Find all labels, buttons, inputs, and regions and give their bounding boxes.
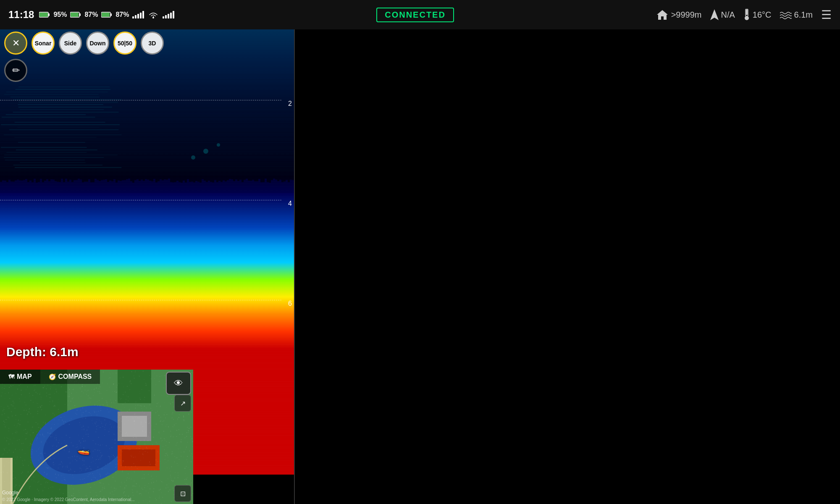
home-distance: >9999m <box>656 9 702 21</box>
panel-divider <box>294 29 295 504</box>
tools-row: ✏ <box>4 59 164 82</box>
navigation-icon <box>710 9 719 20</box>
svg-rect-1 <box>48 13 50 16</box>
compress-icon: ⊡ <box>180 490 186 498</box>
svg-rect-12 <box>746 9 748 15</box>
side-mode-button[interactable]: Side <box>59 32 82 55</box>
battery1-pct: 95% <box>53 11 67 18</box>
altitude-display: 6.1m <box>780 10 813 20</box>
thermometer-icon <box>743 9 750 21</box>
binoculars-icon: 👁 <box>174 378 183 389</box>
svg-rect-7 <box>110 13 112 16</box>
copyright-text: © 2022 Google · Imagery © 2022 GeoConten… <box>2 497 135 502</box>
depth-text-left: Depth: 6.1m <box>6 345 79 359</box>
svg-rect-4 <box>79 13 81 16</box>
side-label: Side <box>64 40 77 47</box>
google-label: Google <box>2 490 18 496</box>
map-canvas <box>0 370 193 504</box>
connected-badge: CONNECTED <box>376 8 454 22</box>
depth-line-2-left <box>0 100 281 100</box>
sonar-mode-button[interactable]: Sonar <box>32 32 55 55</box>
svg-rect-8 <box>102 13 110 17</box>
distance-value: >9999m <box>671 10 702 20</box>
battery-icons: 95% 87% 87% <box>39 10 174 19</box>
depth-line-4-left <box>0 200 281 200</box>
google-watermark: Google <box>2 490 18 496</box>
map-overlay: 🗺 MAP 🧭 COMPASS 👁 ↗ ⊡ 🚤 Google © 2022 Go… <box>0 370 193 504</box>
boat-position: 🚤 <box>77 444 90 455</box>
altitude-value: 6.1m <box>794 10 813 20</box>
wifi-icon <box>147 10 159 19</box>
threed-mode-button[interactable]: 3D <box>141 32 164 55</box>
sonar-label: Sonar <box>35 40 52 47</box>
battery1-icon <box>39 12 50 18</box>
binoculars-button[interactable]: 👁 <box>166 372 191 395</box>
down-label: Down <box>89 40 105 47</box>
left-sonar-panel: ☰ ✕ Sonar Side Down 50|50 3D ✏ <box>0 0 294 504</box>
battery2-pct: 87% <box>84 11 98 18</box>
expand-button[interactable]: ↗ <box>174 395 191 412</box>
status-left: 11:18 95% 87% 87% <box>8 9 174 21</box>
depth-number-2-left: 2 <box>288 100 292 108</box>
google-copyright: © 2022 Google · Imagery © 2022 GeoConten… <box>2 497 135 502</box>
heading-value: N/A <box>721 10 735 20</box>
status-bar: 11:18 95% 87% 87% <box>0 0 840 29</box>
heading-display: N/A <box>710 9 735 20</box>
compass-icon: 🧭 <box>49 373 56 380</box>
battery3-icon <box>101 12 112 18</box>
split-mode-button[interactable]: 50|50 <box>113 32 136 55</box>
depth-number-4-left: 4 <box>288 200 292 207</box>
down-mode-button[interactable]: Down <box>86 32 109 55</box>
mode-controls-row: ✕ Sonar Side Down 50|50 3D <box>4 32 164 55</box>
svg-rect-5 <box>71 13 79 17</box>
pencil-icon: ✏ <box>12 65 20 76</box>
signal-bars2 <box>163 11 174 18</box>
battery3-pct: 87% <box>116 11 129 18</box>
temperature-display: 16°C <box>743 9 772 21</box>
menu-button[interactable]: ☰ <box>821 8 832 22</box>
close-button[interactable]: ✕ <box>4 32 27 55</box>
compass-tab-label: COMPASS <box>58 373 92 381</box>
battery2-icon <box>70 12 81 18</box>
map-icon: 🗺 <box>8 373 14 380</box>
svg-point-13 <box>745 16 749 20</box>
svg-marker-10 <box>710 9 719 20</box>
waves-icon <box>780 10 792 20</box>
map-tabs: 🗺 MAP 🧭 COMPASS <box>0 370 100 384</box>
time-display: 11:18 <box>8 9 34 21</box>
svg-rect-2 <box>39 13 48 17</box>
depth-label-left: Depth: 6.1m <box>6 345 79 359</box>
expand-icon: ↗ <box>180 399 186 407</box>
signal-bars <box>132 11 144 18</box>
svg-point-9 <box>152 17 154 18</box>
pencil-button[interactable]: ✏ <box>4 59 27 82</box>
split-label: 50|50 <box>118 40 132 47</box>
compass-tab[interactable]: 🧭 COMPASS <box>40 370 100 384</box>
map-tab-label: MAP <box>17 373 32 381</box>
temperature-value: 16°C <box>753 10 772 20</box>
map-tab[interactable]: 🗺 MAP <box>0 370 40 384</box>
depth-number-6-left: 6 <box>288 300 292 307</box>
connected-label: CONNECTED <box>385 10 446 19</box>
depth-line-6-left <box>0 300 281 300</box>
compress-button[interactable]: ⊡ <box>174 485 191 502</box>
threed-label: 3D <box>149 40 156 47</box>
status-right: >9999m N/A 16°C 6.1m ☰ <box>656 8 832 22</box>
home-icon <box>656 9 669 21</box>
